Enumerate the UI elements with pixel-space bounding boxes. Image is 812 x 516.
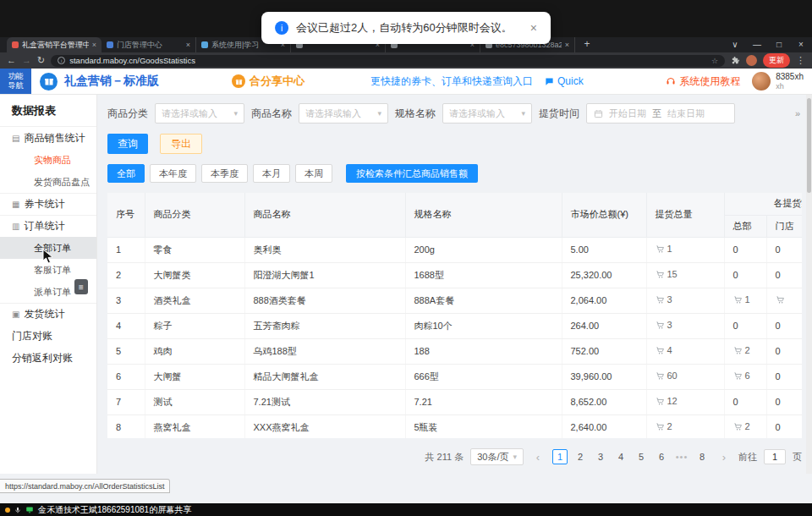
cart-link[interactable]	[776, 295, 787, 305]
filter-select[interactable]: 请选择或输入▾	[299, 103, 388, 124]
range-tab[interactable]: 全部	[107, 164, 145, 183]
filter-collapse-icon[interactable]: »	[795, 108, 800, 118]
page-number[interactable]: 3	[593, 449, 608, 464]
table-cell: 5瓶装	[405, 414, 562, 438]
cart-link[interactable]: 3	[656, 294, 672, 305]
range-tab[interactable]: 本季度	[201, 164, 248, 183]
page-number[interactable]: 6	[654, 449, 669, 464]
table-cell: 奥利奥	[244, 237, 405, 262]
goto-suffix: 页	[793, 451, 802, 464]
table-cell: 乌鸡188型	[244, 338, 405, 364]
sidebar-item[interactable]: ▥订单统计	[0, 215, 96, 237]
refresh-icon[interactable]: ↻	[37, 56, 45, 65]
sidebar-item[interactable]: ▣发货统计	[0, 303, 96, 325]
quick-entry-tip[interactable]: 更快捷的券卡、订单和快递查询入口	[370, 74, 533, 89]
new-tab-button[interactable]: +	[580, 38, 594, 52]
page-ellipsis[interactable]: •••	[674, 449, 689, 464]
page-number[interactable]: 8	[694, 449, 710, 464]
tab-search-icon[interactable]: ∨	[724, 37, 746, 52]
cart-link[interactable]: 4	[656, 345, 672, 355]
date-range-picker[interactable]: 开始日期 至 结束日期	[586, 103, 735, 124]
page-number[interactable]: 4	[613, 449, 628, 464]
cart-count: 3	[667, 294, 672, 305]
goto-page-input[interactable]: 1	[764, 449, 786, 464]
tab-close-icon[interactable]: ×	[92, 41, 96, 49]
cart-link[interactable]: 1	[656, 244, 672, 254]
table-cell: 39,960.00	[562, 364, 646, 389]
browser-tab[interactable]: 礼盒营销平台管理中心×	[7, 37, 102, 52]
tutorial-label: 系统使用教程	[679, 74, 740, 89]
tutorial-link[interactable]: 系统使用教程	[666, 74, 740, 89]
extensions-icon[interactable]	[731, 56, 740, 65]
share-center-link[interactable]: 合分享中心	[232, 74, 304, 89]
cart-count: 2	[667, 421, 672, 431]
cart-link[interactable]: 1	[733, 294, 750, 305]
browser-menu-icon[interactable]: ⋮	[796, 56, 805, 65]
table-cell: 大闸蟹	[145, 364, 244, 389]
quick-link[interactable]: Quick	[545, 75, 584, 87]
cart-link[interactable]: 3	[656, 320, 672, 330]
page-number[interactable]: 1	[552, 449, 568, 464]
page-number[interactable]: 5	[634, 449, 649, 464]
bookmark-star-icon[interactable]: ☆	[711, 57, 718, 65]
prev-page-icon[interactable]: ‹	[530, 449, 546, 464]
minimize-icon[interactable]: —	[746, 37, 768, 52]
site-info-icon[interactable]: i	[58, 57, 65, 64]
sidebar-item[interactable]: 门店对账	[0, 325, 96, 347]
sidebar-item-label: 订单统计	[24, 219, 64, 233]
filter-group: 商品名称请选择或输入▾	[251, 103, 388, 124]
total-count: 共 211 条	[425, 451, 464, 464]
cart-link[interactable]: 2	[733, 421, 750, 431]
cart-link[interactable]: 12	[656, 396, 678, 406]
chart-icon: ▤	[12, 134, 19, 143]
export-button[interactable]: 导出	[160, 134, 202, 154]
sidebar-item[interactable]: 实物商品	[0, 149, 96, 171]
meeting-toast: i 会议已超过2人，自动转为60分钟限时会议。 ×	[261, 12, 551, 44]
cart-link[interactable]: 15	[656, 269, 678, 279]
range-tab[interactable]: 本年度	[150, 164, 196, 183]
query-button[interactable]: 查询	[107, 134, 148, 154]
page-size-select[interactable]: 30条/页 ▾	[470, 448, 524, 465]
filter-select[interactable]: 请选择或输入▾	[442, 103, 532, 124]
next-page-icon[interactable]: ›	[716, 449, 732, 464]
function-nav-block[interactable]: 功能 导航	[0, 69, 31, 94]
sidebar-collapse-handle[interactable]: ≡	[74, 279, 88, 294]
back-icon[interactable]: ←	[7, 56, 16, 65]
table-cell: 阳澄湖大闸蟹1	[244, 262, 405, 288]
tab-close-icon[interactable]: ×	[186, 41, 190, 49]
sidebar-item[interactable]: 发货商品盘点	[0, 171, 96, 193]
browser-profile-avatar[interactable]	[746, 55, 757, 66]
pickup-cell: 1	[646, 237, 724, 262]
column-header: 序号	[107, 193, 145, 237]
browser-update-button[interactable]: 更新	[763, 53, 790, 68]
cart-link[interactable]: 6	[733, 371, 750, 381]
toast-text: 会议已超过2人，自动转为60分钟限时会议。	[296, 20, 513, 36]
page-number[interactable]: 2	[573, 449, 588, 464]
table-cell: 264.00	[562, 313, 646, 338]
range-tab[interactable]: 本月	[253, 164, 290, 183]
range-tab[interactable]: 本周	[295, 164, 332, 183]
toast-close-icon[interactable]: ×	[530, 21, 537, 35]
table-cell: 3	[107, 288, 145, 313]
table-cell: 7	[107, 389, 145, 414]
address-input[interactable]: i standard.maboy.cn/GoodsStatistics ☆	[51, 55, 725, 67]
cart-link[interactable]: 2	[656, 421, 672, 431]
user-name-block[interactable]: 8385xh xh	[776, 72, 804, 91]
sidebar-item[interactable]: ▤商品销售统计	[0, 127, 96, 149]
tab-close-icon[interactable]: ×	[565, 41, 569, 49]
close-window-icon[interactable]: ×	[790, 37, 812, 52]
scrollbar-thumb[interactable]	[807, 98, 811, 193]
maximize-icon[interactable]: □	[768, 37, 790, 52]
forward-icon[interactable]: →	[22, 56, 31, 65]
filter-select[interactable]: 请选择或输入▾	[155, 103, 244, 124]
table-cell: 8	[107, 414, 145, 438]
browser-tab[interactable]: 门店管理中心×	[102, 37, 196, 52]
cart-link[interactable]: 60	[656, 371, 678, 381]
sidebar-item[interactable]: ▦券卡统计	[0, 193, 96, 215]
user-avatar[interactable]	[752, 72, 771, 91]
summary-button[interactable]: 按检索条件汇总商品销售额	[346, 164, 478, 183]
pickup-cell: 0	[724, 262, 766, 288]
cart-link[interactable]: 2	[733, 345, 750, 355]
scrollbar[interactable]	[806, 95, 812, 474]
sidebar-item[interactable]: 分销返利对账	[0, 347, 96, 369]
